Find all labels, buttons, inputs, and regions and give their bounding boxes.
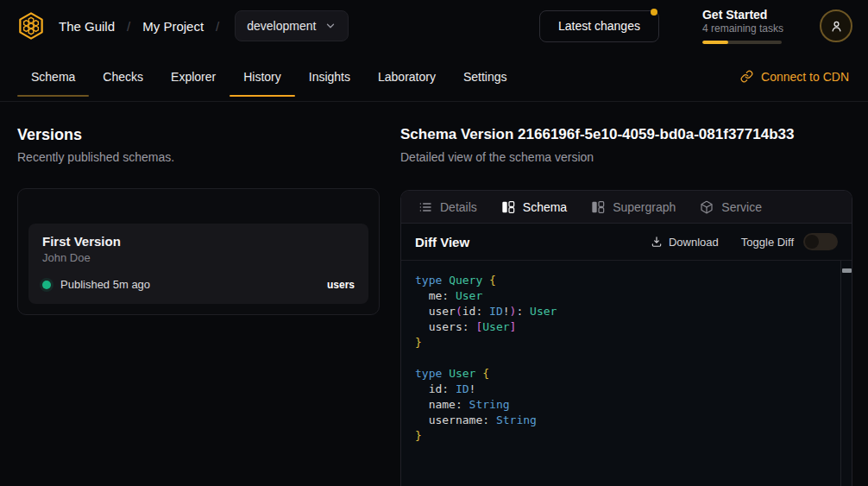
tab-label: Supergraph bbox=[613, 200, 676, 214]
version-detail-section: Schema Version 2166196f-5e10-4059-bd0a-0… bbox=[400, 124, 852, 486]
code-line: type User { bbox=[415, 366, 829, 382]
code-line: id: ID! bbox=[415, 382, 829, 397]
nav-tab-settings[interactable]: Settings bbox=[450, 52, 521, 101]
tab-underline-active bbox=[230, 95, 295, 97]
code-line: username: String bbox=[415, 413, 829, 428]
code-line bbox=[415, 350, 829, 366]
versions-subtitle: Recently published schemas. bbox=[17, 148, 380, 166]
connect-to-cdn-link[interactable]: Connect to CDN bbox=[739, 52, 851, 101]
versions-section: Versions Recently published schemas. Fir… bbox=[17, 124, 380, 486]
latest-changes-button[interactable]: Latest changes bbox=[539, 10, 659, 42]
diff-view-header: Diff View Download Toggle Diff bbox=[401, 224, 852, 261]
code-scrollbar[interactable] bbox=[840, 261, 852, 486]
columns-icon bbox=[591, 200, 605, 214]
breadcrumb-separator: / bbox=[127, 19, 130, 34]
version-detail-panel: Details Schema bbox=[400, 190, 852, 486]
columns-icon bbox=[501, 200, 515, 214]
hive-logo[interactable] bbox=[16, 10, 47, 41]
nav-tab-label: Laboratory bbox=[378, 70, 436, 84]
latest-changes-label: Latest changes bbox=[558, 19, 640, 33]
nav-tab-label: History bbox=[243, 70, 281, 84]
breadcrumb-separator: / bbox=[216, 19, 219, 34]
code-scrollbar-thumb[interactable] bbox=[842, 268, 852, 273]
nav-tab-label: Explorer bbox=[171, 70, 216, 84]
versions-title: Versions bbox=[17, 124, 380, 145]
nav-tab-explorer[interactable]: Explorer bbox=[157, 52, 230, 101]
version-name: First Version bbox=[42, 234, 355, 249]
version-list-item[interactable]: First Version John Doe Published 5m ago … bbox=[28, 224, 368, 304]
connect-to-cdn-label: Connect to CDN bbox=[761, 70, 849, 84]
get-started-title: Get Started bbox=[702, 8, 783, 22]
download-button[interactable]: Download bbox=[651, 236, 719, 249]
code-line: me: User bbox=[415, 288, 829, 304]
main-content: Versions Recently published schemas. Fir… bbox=[0, 102, 868, 486]
top-header: The Guild / My Project / development Lat… bbox=[0, 0, 868, 52]
user-avatar[interactable] bbox=[820, 9, 852, 42]
target-select-value: development bbox=[247, 19, 316, 33]
nav-tab-label: Settings bbox=[463, 70, 507, 84]
get-started-progressbar bbox=[702, 41, 782, 44]
nav-tab-schema[interactable]: Schema bbox=[17, 52, 89, 101]
tab-details[interactable]: Details bbox=[406, 191, 489, 223]
toggle-diff-label: Toggle Diff bbox=[741, 236, 794, 249]
code-lines: type Query {me: Useruser(id: ID!): Useru… bbox=[415, 273, 829, 444]
version-detail-title: Schema Version 2166196f-5e10-4059-bd0a-0… bbox=[400, 124, 852, 145]
tab-supergraph[interactable]: Supergraph bbox=[579, 191, 688, 223]
published-status-dot bbox=[42, 281, 51, 289]
version-detail-subtitle: Detailed view of the schema version bbox=[400, 148, 852, 166]
toggle-diff-switch[interactable] bbox=[803, 233, 838, 250]
nav-tab-laboratory[interactable]: Laboratory bbox=[364, 52, 450, 101]
code-line: user(id: ID!): User bbox=[415, 304, 829, 319]
versions-list-card: First Version John Doe Published 5m ago … bbox=[17, 188, 380, 315]
nav-tab-checks[interactable]: Checks bbox=[89, 52, 157, 101]
tab-schema[interactable]: Schema bbox=[489, 191, 579, 223]
tab-label: Service bbox=[721, 200, 762, 214]
tab-label: Details bbox=[440, 200, 477, 214]
nav-spacer bbox=[521, 52, 739, 101]
list-icon bbox=[418, 200, 432, 214]
link-icon bbox=[740, 70, 753, 83]
detail-tab-bar: Details Schema bbox=[401, 191, 852, 224]
get-started-progress-fill bbox=[702, 41, 728, 44]
honeycomb-logo-icon bbox=[16, 11, 46, 41]
download-icon bbox=[651, 236, 663, 248]
code-line: } bbox=[415, 428, 829, 444]
version-author: John Doe bbox=[42, 251, 355, 264]
notification-dot bbox=[651, 9, 657, 16]
diff-view-title: Diff View bbox=[415, 235, 469, 249]
target-select[interactable]: development bbox=[235, 10, 349, 41]
tab-label: Schema bbox=[523, 200, 567, 214]
app-window: The Guild / My Project / development Lat… bbox=[0, 0, 868, 486]
get-started-widget[interactable]: Get Started 4 remaining tasks bbox=[702, 8, 783, 44]
primary-nav: Schema Checks Explorer History Insights … bbox=[0, 52, 868, 102]
nav-tab-label: Insights bbox=[309, 70, 350, 84]
service-badge: users bbox=[327, 279, 355, 291]
published-status-text: Published 5m ago bbox=[60, 278, 150, 291]
code-line: type Query { bbox=[415, 273, 829, 288]
tab-service[interactable]: Service bbox=[688, 191, 774, 223]
download-label: Download bbox=[669, 236, 719, 249]
person-icon bbox=[829, 19, 844, 34]
code-line: users: [User] bbox=[415, 319, 829, 335]
tab-underline bbox=[17, 95, 89, 97]
chevron-down-icon bbox=[324, 20, 337, 32]
code-line: name: String bbox=[415, 397, 829, 413]
nav-tab-insights[interactable]: Insights bbox=[295, 52, 364, 101]
nav-tab-label: Schema bbox=[31, 70, 75, 84]
code-line: } bbox=[415, 335, 829, 350]
breadcrumb-org[interactable]: The Guild bbox=[59, 19, 115, 34]
schema-sdl-code-viewer: type Query {me: Useruser(id: ID!): Useru… bbox=[401, 261, 852, 486]
nav-tab-label: Checks bbox=[103, 70, 143, 84]
get-started-subtitle: 4 remaining tasks bbox=[702, 22, 783, 35]
nav-tab-history[interactable]: History bbox=[230, 52, 295, 101]
breadcrumb-project[interactable]: My Project bbox=[142, 19, 204, 34]
toggle-knob bbox=[805, 235, 819, 249]
cube-icon bbox=[700, 200, 714, 214]
